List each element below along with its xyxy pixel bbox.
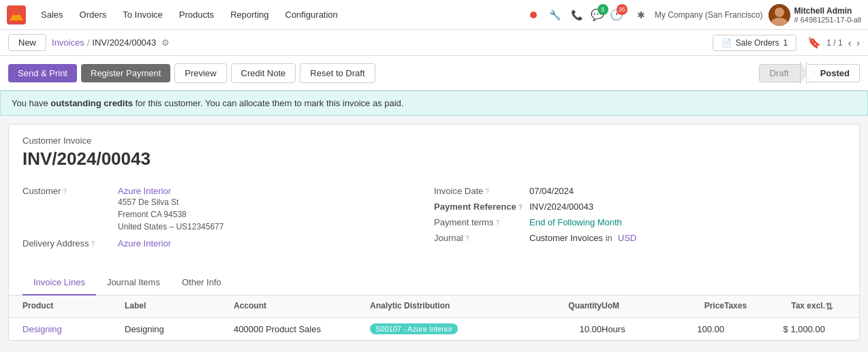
table-row: Designing Designing 400000 Product Sales… [9,318,859,340]
delivery-label: Delivery Address? [22,238,118,249]
nav-to-invoice[interactable]: To Invoice [116,7,170,22]
col-label: Label [125,301,234,312]
nav-sales[interactable]: Sales [34,7,70,22]
journal-currency[interactable]: USD [618,233,636,243]
alert-prefix: You have [12,98,50,108]
preview-button[interactable]: Preview [174,63,226,83]
invoice-date-help-icon[interactable]: ? [485,188,489,195]
col-price: Price [656,301,724,312]
record-gear-icon[interactable]: ⚙ [161,37,170,48]
tab-journal-items[interactable]: Journal Items [96,270,171,295]
customer-value: Azure Interior 4557 De Silva St Fremont … [118,186,223,233]
company-name[interactable]: My Company (San Francisco) [655,10,763,20]
payment-ref-label: Payment Reference? [434,202,529,212]
col-quantity: Quantity [520,301,602,312]
payment-terms-row: Payment terms? End of Following Month [434,217,846,227]
invoice-fields: Customer? Azure Interior 4557 De Silva S… [9,186,859,265]
invoice-lines-table: Product Label Account Analytic Distribut… [9,295,859,340]
draft-status[interactable]: Draft [759,64,800,82]
sale-orders-doc-icon: 📄 [722,38,732,48]
payment-ref-help-icon[interactable]: ? [518,204,523,211]
prev-record-arrow[interactable]: ‹ [848,37,852,48]
send-print-button[interactable]: Send & Print [8,64,77,82]
delivery-help-icon[interactable]: ? [91,240,95,248]
customer-help-icon[interactable]: ? [63,188,67,195]
delivery-value[interactable]: Azure Interior [118,238,171,249]
customer-name[interactable]: Azure Interior [118,186,223,196]
activity-count: 35 [617,4,627,15]
svg-point-4 [775,7,784,17]
payment-terms-label: Payment terms? [434,217,529,227]
credit-note-button[interactable]: Credit Note [231,63,296,83]
breadcrumb: Invoices / INV/2024/00043 ⚙ [52,37,170,48]
red-dot-icon[interactable] [525,7,542,23]
chat-count: 5 [598,4,608,15]
row-account: 400000 Product Sales [234,324,370,334]
reset-to-draft-button[interactable]: Reset to Draft [300,63,375,83]
next-record-arrow[interactable]: › [856,37,860,48]
new-button[interactable]: New [8,34,46,51]
customer-field-row: Customer? Azure Interior 4557 De Silva S… [22,186,434,233]
nav-orders[interactable]: Orders [73,7,114,22]
tab-invoice-lines[interactable]: Invoice Lines [22,270,96,295]
invoice-type: Customer Invoice [22,135,846,146]
payment-ref-value: INV/2024/00043 [529,202,593,212]
payment-ref-row: Payment Reference? INV/2024/00043 [434,202,846,212]
breadcrumb-bar: New Invoices / INV/2024/00043 ⚙ 📄 Sale O… [0,30,868,56]
page-indicator: 1 / 1 [826,38,842,48]
nav-configuration[interactable]: Configuration [279,7,345,22]
customer-label: Customer? [22,186,118,196]
table-settings-icon[interactable]: ⇅ [825,301,833,312]
app-logo[interactable] [7,5,26,25]
tools-icon[interactable]: 🔧 [547,7,563,23]
invoice-number: INV/2024/00043 [22,148,846,170]
top-navigation: Sales Orders To Invoice Products Reporti… [0,0,868,30]
alert-bold: outstanding credits [50,98,133,108]
outstanding-credits-alert: You have outstanding credits for this cu… [0,91,868,116]
payment-terms-help-icon[interactable]: ? [495,219,499,227]
payment-terms-value[interactable]: End of Following Month [529,217,622,227]
row-quantity: 10.00 [520,324,602,334]
chat-badge-icon[interactable]: 💬 5 [591,8,604,21]
tabs: Invoice Lines Journal Items Other Info [9,270,859,295]
tab-other-info[interactable]: Other Info [171,270,232,295]
journal-value-container: Customer Invoices in USD [529,233,636,243]
delivery-field-row: Delivery Address? Azure Interior [22,238,434,249]
invoice-header: Customer Invoice INV/2024/00043 [9,125,859,186]
row-analytic[interactable]: S00107 - Azure Interior [370,323,520,334]
sale-orders-button[interactable]: 📄 Sale Orders 1 [713,35,797,51]
col-tax-excl: Tax excl. [779,301,825,312]
breadcrumb-parent[interactable]: Invoices [52,37,84,48]
register-payment-button[interactable]: Register Payment [81,64,170,82]
activity-badge-icon[interactable]: 🕐 35 [610,8,623,21]
breadcrumb-current: INV/2024/00043 [92,37,156,48]
col-analytic: Analytic Distribution [370,301,520,312]
phone-icon[interactable]: 📞 [569,7,585,23]
row-uom: Hours [602,324,656,334]
alert-suffix: for this customer. You can allocate them… [133,98,403,108]
nav-reporting[interactable]: Reporting [223,7,275,22]
topnav-right: 🔧 📞 💬 5 🕐 35 ✱ My Company (San Francisco… [525,4,861,26]
table-header: Product Label Account Analytic Distribut… [9,295,859,318]
invoice-date-value: 07/04/2024 [529,186,574,196]
settings-icon[interactable]: ✱ [633,7,649,23]
col-account: Account [234,301,370,312]
left-fields: Customer? Azure Interior 4557 De Silva S… [22,186,434,265]
journal-help-icon[interactable]: ? [465,235,469,242]
journal-row: Journal? Customer Invoices in USD [434,233,846,243]
col-uom: UoM [602,301,656,312]
bookmark-icon[interactable]: 🔖 [807,36,821,49]
right-fields: Invoice Date? 07/04/2024 Payment Referen… [434,186,846,265]
posted-status[interactable]: Posted [807,64,860,82]
user-info[interactable]: Mitchell Admin # 64981251-17-0-all [769,4,861,26]
invoice-date-label: Invoice Date? [434,186,529,196]
row-tax-excl: $ 1,000.00 [779,324,825,334]
nav-products[interactable]: Products [172,7,221,22]
journal-label: Journal? [434,233,529,243]
row-price: 100.00 [656,324,724,334]
breadcrumb-separator: / [87,37,90,48]
row-product[interactable]: Designing [22,324,125,334]
user-avatar[interactable] [769,4,790,26]
col-taxes: Taxes [724,301,779,312]
journal-in-text: in [606,233,613,243]
